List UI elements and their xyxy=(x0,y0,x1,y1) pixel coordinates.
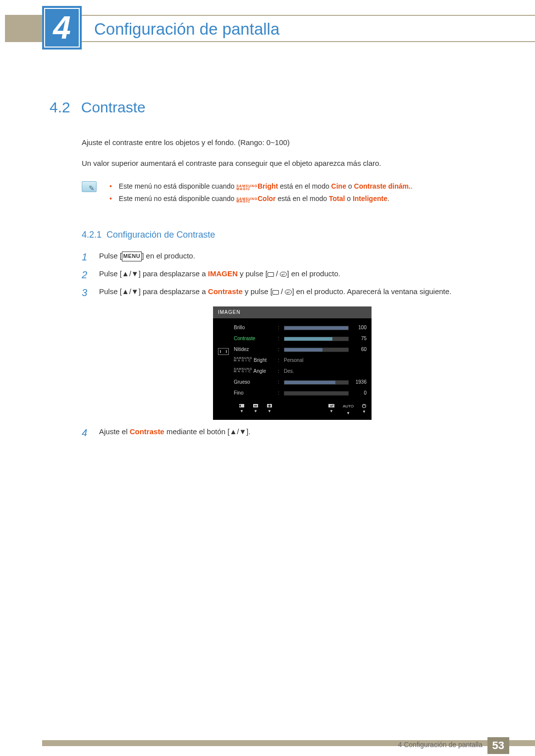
section-intro: Ajuste el contraste entre los objetos y … xyxy=(82,137,485,169)
osd-footer-power-icon: ▼ xyxy=(362,403,367,417)
osd-panel: IMAGEN Brillo:100Contraste:75Nitidez:60S… xyxy=(213,306,372,420)
osd-value: 75 xyxy=(351,335,367,343)
page-header: 4 Configuración de pantalla xyxy=(0,0,535,57)
note-icon xyxy=(82,181,97,192)
osd-row: Fino:0 xyxy=(234,388,367,399)
content: 4.2 Contraste Ajuste el contraste entre … xyxy=(0,99,535,438)
page-footer: 4 Configuración de pantalla 53 xyxy=(0,737,535,756)
osd-row-label: Nitidez xyxy=(234,346,276,353)
osd-bar xyxy=(284,348,349,352)
page-number: 53 xyxy=(487,737,509,754)
step-2: Pulse [▲/▼] para desplazarse a IMAGEN y … xyxy=(82,268,485,280)
subsection-title: Configuración de Contraste xyxy=(107,230,215,240)
note-block: Este menú no está disponible cuando SAMS… xyxy=(82,180,485,205)
svg-rect-6 xyxy=(269,404,270,407)
note-item-1: Este menú no está disponible cuando SAMS… xyxy=(109,180,413,193)
osd-side-icon-col xyxy=(213,318,234,401)
osd-row-label: SAMSUNGM A G I C Bright xyxy=(234,356,276,364)
osd-row-label: SAMSUNGM A G I C Angle xyxy=(234,367,276,375)
osd-row-label: Fino xyxy=(234,389,276,397)
osd-title: IMAGEN xyxy=(213,306,372,318)
osd-category-icon xyxy=(218,348,229,355)
osd-footer-back-icon: ▼ xyxy=(239,403,245,417)
chapter-title: Configuración de pantalla xyxy=(94,20,279,39)
osd-footer-plus-icon: ▼ xyxy=(267,403,272,417)
osd-body: Brillo:100Contraste:75Nitidez:60SAMSUNGM… xyxy=(213,318,372,401)
osd-bar xyxy=(284,326,349,330)
osd-row: Contraste:75 xyxy=(234,333,367,344)
intro-line-2: Un valor superior aumentará el contraste… xyxy=(82,157,485,169)
osd-value: 100 xyxy=(351,324,367,332)
step-3: Pulse [▲/▼] para desplazarse a Contraste… xyxy=(82,286,485,420)
chapter-number: 4 xyxy=(44,8,80,48)
osd-footer-minus-icon: ▼ xyxy=(253,403,259,417)
steps-list: Pulse [MENU] en el producto. Pulse [▲/▼]… xyxy=(82,250,485,438)
osd-value: 1936 xyxy=(351,378,367,386)
osd-bar xyxy=(284,337,349,341)
osd-row-label: Brillo xyxy=(234,324,276,332)
osd-row: Nitidez:60 xyxy=(234,344,367,355)
osd-row-label: Contraste xyxy=(234,335,276,343)
osd-footer: ▼ ▼ ▼ ▼ xyxy=(213,401,372,417)
step-4: Ajuste el Contraste mediante el botón [▲… xyxy=(82,426,485,438)
intro-line-1: Ajuste el contraste entre los objetos y … xyxy=(82,137,485,149)
osd-footer-enter-icon: ▼ xyxy=(328,403,335,417)
note-item-2: Este menú no está disponible cuando SAMS… xyxy=(109,193,413,205)
enter-icon xyxy=(285,290,292,295)
enter-icon xyxy=(280,272,287,277)
menu-button-icon: MENU xyxy=(122,252,142,261)
osd-row: SAMSUNGM A G I C Angle:Des. xyxy=(234,366,367,377)
osd-value: 0 xyxy=(351,389,367,397)
osd-text-value: Des. xyxy=(284,367,349,375)
svg-rect-3 xyxy=(254,405,257,406)
osd-bar xyxy=(284,391,349,396)
rect-icon xyxy=(268,272,274,277)
osd-value: 60 xyxy=(351,346,367,353)
osd-bar xyxy=(284,380,349,385)
osd-row: Grueso:1936 xyxy=(234,377,367,388)
section-title: Contraste xyxy=(81,99,146,116)
osd-row: SAMSUNGM A G I C Bright:Personal xyxy=(234,355,367,366)
rect-icon xyxy=(272,290,279,295)
subsection-heading: 4.2.1 Configuración de Contraste xyxy=(82,230,485,240)
osd-text-value: Personal xyxy=(284,356,349,364)
step-1: Pulse [MENU] en el producto. xyxy=(82,250,485,262)
footer-text: 4 Configuración de pantalla xyxy=(398,741,482,749)
subsection-number: 4.2.1 xyxy=(82,230,102,240)
osd-row: Brillo:100 xyxy=(234,322,367,333)
osd-rows: Brillo:100Contraste:75Nitidez:60SAMSUNGM… xyxy=(234,318,372,401)
section-number: 4.2 xyxy=(50,99,70,116)
note-list: Este menú no está disponible cuando SAMS… xyxy=(109,180,413,205)
osd-footer-auto: AUTO ▼ xyxy=(343,403,354,417)
section-heading: 4.2 Contraste xyxy=(50,99,485,116)
samsung-magic-icon: SAMSUNGMAGIC xyxy=(236,185,258,190)
samsung-magic-icon: SAMSUNGMAGIC xyxy=(236,198,258,203)
osd-row-label: Grueso xyxy=(234,378,276,386)
